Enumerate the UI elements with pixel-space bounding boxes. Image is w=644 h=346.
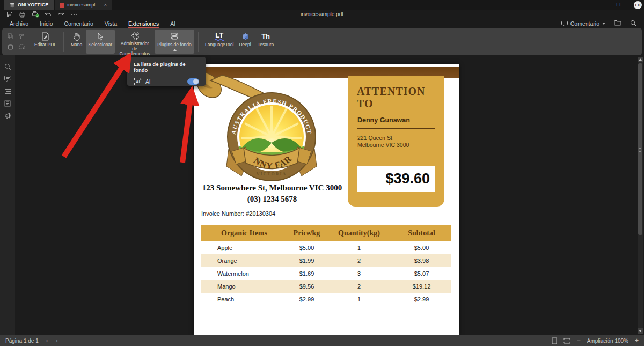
print-icon[interactable] [18, 11, 26, 18]
open-file-location-icon[interactable] [614, 20, 621, 27]
menu-tab-archivo[interactable]: Archivo [10, 19, 28, 28]
app-tab-onlyoffice[interactable]: ONLYOFFICE [4, 0, 54, 10]
deepl-button[interactable]: Deepl. [236, 30, 255, 54]
deepl-label: Deepl. [239, 42, 252, 48]
attention-panel: ATTENTION TO Denny Gunawan 221 Queen St … [348, 76, 444, 207]
cell-qty: 3 [326, 267, 392, 280]
mode-selector[interactable]: Comentario [561, 20, 605, 27]
cell-price: $5.00 [287, 241, 326, 254]
cell-price: $9.56 [287, 280, 326, 293]
pdf-file-icon [60, 3, 64, 8]
scrollbar-grip [639, 148, 641, 152]
ai-plugin-row[interactable]: AI AI [134, 77, 199, 86]
prev-page-icon[interactable]: ‹ [46, 337, 48, 344]
next-page-icon[interactable]: › [56, 337, 58, 344]
col-organic-items: Organic Items [201, 225, 287, 241]
page-counter: Página 1 de 1 [5, 338, 39, 344]
cell-qty: 1 [326, 293, 392, 306]
thesaurus-icon: Th [261, 32, 270, 41]
maximize-button[interactable]: ☐ [610, 0, 627, 10]
quick-access-toolbar: invoicesample.pdf [0, 10, 644, 19]
comments-panel-icon[interactable] [4, 75, 11, 83]
ai-plugin-icon: AI [134, 77, 142, 86]
scroll-down-icon[interactable] [638, 328, 643, 334]
tab-close-icon[interactable]: × [104, 2, 107, 8]
app-window: ONLYOFFICE invoicesampl... × — ☐ × [0, 0, 644, 346]
cell-price: $1.99 [287, 254, 326, 267]
fit-width-icon[interactable] [564, 338, 570, 344]
feedback-icon[interactable] [4, 112, 11, 120]
fit-page-icon[interactable] [552, 337, 557, 344]
plugin-manager-button[interactable]: Administrador de Complementos [115, 30, 155, 54]
copy-icon[interactable] [6, 32, 14, 40]
menu-tab-comentario[interactable]: Comentario [64, 19, 93, 28]
save-icon[interactable] [5, 11, 13, 18]
background-plugins-button[interactable]: Plugins de fondo [155, 30, 194, 54]
table-header-row: Organic Items Price/kg Quantity(kg) Subt… [201, 225, 451, 241]
cell-item: Apple [201, 241, 287, 254]
clipboard-group [6, 32, 26, 51]
menu-tab-ai[interactable]: AI [170, 19, 175, 28]
more-options-icon[interactable] [70, 11, 78, 18]
select-tool-button[interactable]: Seleccionar [86, 30, 115, 54]
attention-heading: ATTENTION TO [357, 85, 444, 110]
hand-tool-button[interactable]: Mano [68, 30, 86, 54]
menu-right-cluster: Comentario [561, 20, 644, 27]
search-panel-icon[interactable] [4, 63, 11, 70]
scrollbar-thumb[interactable] [638, 63, 642, 235]
redo-icon[interactable] [57, 11, 65, 18]
toggle-knob [193, 79, 199, 84]
cell-subtotal: $5.07 [392, 267, 451, 280]
menu-tab-extensiones[interactable]: Extensiones [128, 19, 159, 28]
recipient-address-2: Melbourne VIC 3000 [357, 142, 409, 148]
avatar[interactable]: EO [634, 1, 642, 9]
status-bar: Página 1 de 1 ‹ › − Ampliación 100% + [0, 335, 644, 346]
thesaurus-button[interactable]: Th Tesauro [255, 30, 276, 54]
table-row: Mango $9.56 2 $19.12 [201, 280, 451, 293]
menu-tab-vista[interactable]: Vista [105, 19, 117, 28]
paste-icon[interactable] [6, 43, 14, 51]
titlebar: ONLYOFFICE invoicesampl... × — ☐ × [0, 0, 644, 10]
pdf-page: AUSTRALIA FRESH PRODUCT SUNNY FARM VICTO… [194, 64, 459, 335]
cell-item: Peach [201, 293, 287, 306]
company-address: 123 Somewhere St, Melbourne VIC 3000 [194, 183, 350, 193]
document-tab[interactable]: invoicesampl... × [55, 0, 112, 10]
undo-icon[interactable] [44, 11, 52, 18]
scroll-up-icon[interactable] [638, 57, 643, 62]
col-subtotal: Subtotal [392, 225, 451, 241]
vertical-scrollbar[interactable] [638, 57, 643, 334]
col-price: Price/kg [287, 225, 326, 241]
ribbon-toolbar: Editar PDF Mano Seleccionar Administrado… [2, 28, 642, 55]
cell-subtotal: $5.00 [392, 241, 451, 254]
divider-line [357, 128, 435, 129]
headings-panel-icon[interactable] [4, 87, 11, 95]
minimize-button[interactable]: — [592, 0, 610, 10]
plugin-manager-label: Administrador de Complementos [118, 41, 152, 57]
comment-mode-icon [561, 21, 568, 26]
format-paint-icon[interactable] [18, 32, 26, 40]
cell-qty: 1 [326, 241, 392, 254]
thumbnails-panel-icon[interactable] [4, 100, 11, 107]
document-area[interactable]: AUSTRALIA FRESH PRODUCT SUNNY FARM VICTO… [15, 55, 644, 335]
company-phone: (03) 1234 5678 [194, 195, 350, 204]
zoom-out-button[interactable]: − [577, 337, 581, 344]
edit-pdf-label: Editar PDF [34, 42, 57, 48]
cell-price: $2.99 [287, 293, 326, 306]
languagetool-button[interactable]: LT LanguageTool [202, 30, 236, 54]
table-row: Watermelon $1.69 3 $5.07 [201, 267, 451, 280]
zoom-in-button[interactable]: + [635, 337, 639, 344]
languagetool-label: LanguageTool [205, 42, 233, 48]
edit-pdf-button[interactable]: Editar PDF [32, 30, 60, 54]
dropdown-title: La lista de plugins de fondo [134, 61, 199, 73]
ai-plugin-toggle[interactable] [187, 78, 199, 85]
hand-tool-label: Mano [71, 42, 82, 48]
edit-pdf-icon [41, 32, 49, 41]
search-icon[interactable] [630, 20, 636, 27]
quick-print-icon[interactable] [31, 11, 39, 18]
invoice-number: Invoice Number: #20130304 [201, 210, 275, 217]
cell-item: Mango [201, 280, 287, 293]
background-plugins-dropdown: La lista de plugins de fondo AI AI [127, 57, 206, 86]
menu-tab-inicio[interactable]: Inicio [40, 19, 53, 28]
select-all-icon[interactable] [18, 43, 26, 51]
document-title: invoicesample.pdf [0, 10, 644, 19]
